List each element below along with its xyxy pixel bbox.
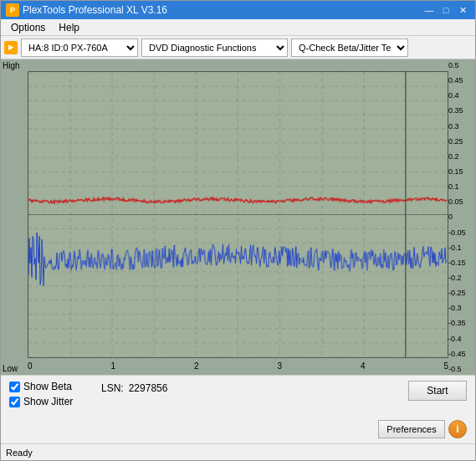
chart-canvas: [28, 72, 448, 357]
x-axis: 0 1 2 3 4 5: [28, 358, 448, 373]
info-button[interactable]: i: [448, 420, 467, 438]
drive-indicator: ▶: [4, 41, 18, 54]
status-text: Ready: [6, 448, 33, 458]
chart-low-label: Low: [3, 364, 18, 373]
show-beta-checkbox[interactable]: [9, 382, 20, 392]
start-button[interactable]: Start: [408, 381, 467, 401]
window-title: PlexTools Professional XL V3.16: [23, 4, 422, 16]
preferences-button[interactable]: Preferences: [378, 420, 445, 438]
right-buttons: Start: [408, 381, 467, 401]
menu-help[interactable]: Help: [52, 20, 86, 35]
show-jitter-label: Show Jitter: [23, 396, 73, 407]
app-icon: P: [6, 3, 19, 17]
drive-icon: ▶: [4, 41, 18, 54]
title-bar: P PlexTools Professional XL V3.16 — □ ✕: [1, 1, 475, 19]
bottom-buttons: Preferences i: [9, 420, 467, 438]
bottom-panel: Show Beta Show Jitter LSN: 2297856 Start…: [1, 375, 475, 443]
y-axis-right: 0.5 0.45 0.4 0.35 0.3 0.25 0.2 0.15 0.1 …: [448, 59, 473, 375]
lsn-value: 2297856: [129, 382, 168, 394]
window-controls: — □ ✕: [422, 3, 470, 17]
minimize-button[interactable]: —: [422, 3, 437, 17]
show-beta-row: Show Beta: [9, 381, 101, 392]
function-select[interactable]: DVD Diagnostic Functions: [141, 38, 288, 57]
drive-select[interactable]: HA:8 ID:0 PX-760A: [21, 38, 138, 57]
chart-high-label: High: [3, 61, 20, 70]
menu-options[interactable]: Options: [4, 20, 52, 35]
main-window: P PlexTools Professional XL V3.16 — □ ✕ …: [0, 0, 476, 461]
lsn-area: LSN: 2297856: [101, 381, 167, 394]
test-select[interactable]: Q-Check Beta/Jitter Test: [291, 38, 408, 57]
maximize-button[interactable]: □: [438, 3, 453, 17]
chart-area: High Low 0.5 0.45 0.4 0.35 0.3 0.25 0.2 …: [1, 59, 475, 375]
checkboxes: Show Beta Show Jitter: [9, 381, 101, 407]
menu-bar: Options Help: [1, 19, 475, 36]
show-beta-label: Show Beta: [23, 381, 72, 392]
toolbar: ▶ HA:8 ID:0 PX-760A DVD Diagnostic Funct…: [1, 36, 475, 59]
bottom-top-row: Show Beta Show Jitter LSN: 2297856 Start: [9, 381, 467, 417]
show-jitter-row: Show Jitter: [9, 396, 101, 407]
lsn-label: LSN:: [101, 382, 124, 394]
status-bar: Ready: [1, 443, 475, 460]
close-button[interactable]: ✕: [455, 3, 470, 17]
show-jitter-checkbox[interactable]: [9, 397, 20, 407]
